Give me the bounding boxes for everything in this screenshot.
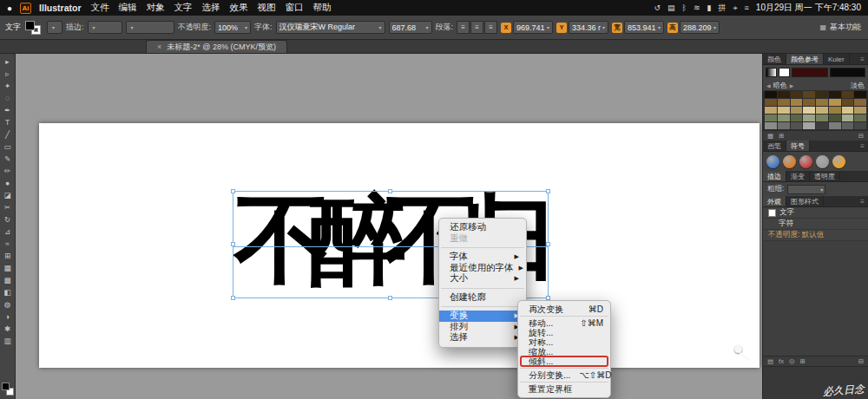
tab-transparency[interactable]: 透明度: [810, 171, 840, 181]
color-swatch[interactable]: [791, 91, 803, 98]
fill-swatch[interactable]: [25, 21, 35, 30]
symbol-sprayer-tool[interactable]: ✱: [1, 323, 15, 335]
width-tool[interactable]: ≈: [1, 238, 15, 250]
color-swatch[interactable]: [829, 107, 841, 114]
mesh-tool[interactable]: ▩: [1, 274, 15, 286]
color-swatch[interactable]: [803, 99, 815, 106]
next-variation-icon[interactable]: ▶: [790, 82, 794, 88]
align-center-icon[interactable]: ≡: [470, 21, 483, 34]
font-size-field[interactable]: 687.68▾: [389, 21, 432, 34]
pencil-tool[interactable]: ✏: [1, 165, 15, 177]
color-swatch[interactable]: [816, 99, 828, 106]
font-family-dropdown[interactable]: 汉仪瑞意宋W Regular▾: [276, 21, 385, 34]
menubar-item-6[interactable]: 选择: [201, 2, 220, 14]
type-tool[interactable]: T: [1, 116, 15, 128]
fill-stroke-widget[interactable]: [24, 20, 43, 36]
menubar-item-9[interactable]: 窗口: [285, 2, 303, 14]
selection-handle-e[interactable]: [546, 242, 550, 246]
symbol-gear[interactable]: [816, 155, 829, 168]
magic-wand-tool[interactable]: ✦: [1, 80, 15, 92]
fill-color-dropdown[interactable]: ▾: [47, 21, 62, 34]
appearance-row[interactable]: 不透明度: 默认值: [763, 230, 868, 241]
color-swatch[interactable]: [816, 114, 828, 121]
document-tab[interactable]: × 未标题-2* @ 28% (CMYK/预览): [146, 40, 287, 53]
prev-variation-icon[interactable]: ◀: [766, 82, 771, 88]
color-swatch[interactable]: [829, 114, 841, 121]
color-swatch[interactable]: [816, 107, 828, 114]
menu-item-最近使用的字体[interactable]: 最近使用的字体▶: [439, 263, 526, 274]
opacity-dropdown[interactable]: 100%▾: [214, 21, 251, 34]
color-swatch[interactable]: [778, 114, 790, 121]
color-swatch[interactable]: [829, 122, 841, 129]
color-swatch[interactable]: [842, 99, 854, 106]
paintbrush-tool[interactable]: ✎: [1, 153, 15, 165]
gradient-swatch[interactable]: [766, 68, 777, 77]
color-swatch[interactable]: [791, 122, 803, 129]
color-swatch[interactable]: [791, 107, 803, 114]
symbol-orange-orb[interactable]: [783, 155, 796, 168]
tab-graphic-styles[interactable]: 图形样式: [786, 196, 824, 206]
stroke-weight-stepper[interactable]: ▾: [787, 185, 825, 194]
tab-gradient[interactable]: 渐变: [786, 171, 810, 181]
blob-brush-tool[interactable]: ●: [1, 177, 15, 189]
menu-item-创建轮廓[interactable]: 创建轮廓: [439, 292, 526, 304]
color-swatch[interactable]: [829, 99, 841, 106]
white-swatch[interactable]: [779, 68, 790, 77]
lasso-tool[interactable]: ◌: [1, 92, 15, 104]
menu-item-重置定界框[interactable]: 重置定界框: [518, 384, 610, 394]
add-effect-icon[interactable]: fx: [779, 357, 784, 365]
rectangle-tool[interactable]: ▭: [1, 141, 15, 153]
color-swatch[interactable]: [842, 122, 854, 129]
symbol-red-flower[interactable]: [799, 155, 812, 168]
color-swatch[interactable]: [791, 114, 803, 121]
stroke-weight-dropdown[interactable]: ▾: [88, 21, 122, 34]
menu-item-变换[interactable]: 变换▶: [439, 311, 526, 322]
pen-tool[interactable]: ✒: [1, 104, 15, 116]
menu-item-倾斜[interactable]: 倾斜...: [518, 356, 610, 366]
align-left-icon[interactable]: ≡: [457, 21, 470, 34]
color-swatch[interactable]: [778, 91, 790, 98]
color-swatch[interactable]: [765, 99, 777, 106]
menu-item-大小[interactable]: 大小▶: [439, 273, 526, 285]
menu-item-分别变换[interactable]: 分别变换...⌥⇧⌘D: [518, 370, 610, 380]
tab-close-icon[interactable]: ×: [157, 43, 161, 51]
canvas-area[interactable]: 不醉不归: [16, 54, 762, 399]
spotlight-icon[interactable]: ⌖: [733, 3, 737, 13]
black-strip-swatch[interactable]: [830, 68, 866, 77]
bluetooth-icon[interactable]: ᛒ: [682, 3, 687, 12]
toolbar-fill-swatch[interactable]: [2, 383, 10, 390]
toolbar-fill-stroke-widget[interactable]: [2, 383, 14, 396]
selection-handle-n[interactable]: [388, 189, 392, 193]
rotate-tool[interactable]: ↻: [1, 213, 15, 226]
menubar-item-5[interactable]: 文字: [174, 2, 192, 14]
color-swatch[interactable]: [803, 107, 815, 114]
color-swatch[interactable]: [778, 122, 790, 129]
clear-appearance-icon[interactable]: ◎: [789, 357, 795, 365]
menubar-clock[interactable]: 10月29日 周一 下午7:48:30: [756, 2, 861, 14]
menu-item-排列[interactable]: 排列▶: [439, 322, 526, 333]
color-group-icon[interactable]: ▦: [767, 132, 773, 140]
align-right-icon[interactable]: ≡: [484, 21, 497, 34]
selection-handle-sw[interactable]: [231, 296, 235, 300]
symbol-blue-orb[interactable]: [766, 155, 779, 168]
menubar-item-2[interactable]: 文件: [90, 2, 108, 14]
save-color-group-icon[interactable]: ⊞: [779, 132, 784, 140]
workspace-switcher[interactable]: ▦ 基本功能: [819, 22, 863, 33]
menubar-item-3[interactable]: 编辑: [118, 2, 136, 14]
eyedropper-tool[interactable]: ◍: [1, 298, 15, 311]
appearance-row[interactable]: 字符: [763, 219, 868, 230]
tab-appearance[interactable]: 外观: [763, 196, 786, 206]
x-input[interactable]: 969.741▾: [513, 21, 553, 34]
eraser-tool[interactable]: ◪: [1, 189, 15, 201]
color-swatch[interactable]: [765, 91, 777, 98]
display-icon[interactable]: ▤: [667, 3, 675, 12]
new-stroke-icon[interactable]: ▤: [767, 357, 773, 365]
selection-tool[interactable]: ▸: [1, 56, 15, 68]
battery-icon[interactable]: ▮: [707, 3, 712, 12]
menu-item-再次变换[interactable]: 再次变换⌘D: [518, 304, 610, 314]
perspective-grid-tool[interactable]: ▦: [1, 262, 15, 274]
input-method-icon[interactable]: 拼: [718, 3, 726, 14]
tab-color[interactable]: 颜色: [763, 54, 786, 64]
menu-item-还原移动[interactable]: 还原移动: [439, 222, 526, 233]
color-swatch[interactable]: [791, 99, 803, 106]
